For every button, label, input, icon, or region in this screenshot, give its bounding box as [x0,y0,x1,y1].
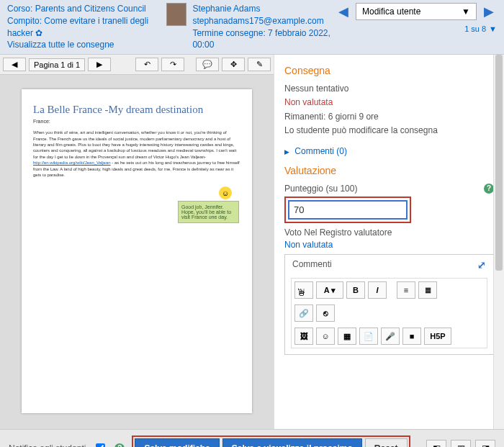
help-icon[interactable]: ? [484,184,494,194]
comment-tool-button[interactable]: 💬 [196,58,219,71]
unlink-button[interactable]: ⎋ [316,304,335,322]
notify-help-icon[interactable]: ? [114,443,125,447]
avatar [166,3,187,26]
save-button[interactable]: Salva modifiche [135,438,219,447]
smiley-icon: ☺ [219,186,232,199]
student-email-link[interactable]: stephanadams175@example.com [192,15,336,27]
comments-link[interactable]: Commenti (0) [294,146,347,156]
font-style-button[interactable]: A ▾ [316,281,343,299]
pdf-subtitle: France: [33,119,240,124]
media-button[interactable]: ▦ [338,328,356,345]
record-video-button[interactable]: ■ [402,328,421,345]
pager-filter[interactable]: 1 su 8 ▼ [464,24,497,33]
change-user-dropdown[interactable]: Modifica utente ▼ [356,3,477,20]
prev-student-button[interactable]: ◀ [336,4,351,19]
pdf-body-part1: When you think of wine, art and intellig… [33,130,236,159]
submission-remaining: Rimanenti: 6 giorni 9 ore [284,110,494,124]
main-area: ◀ Pagina 1 di 1 ▶ ↶ ↷ 💬 ✥ ✎ La Belle Fra… [0,55,504,429]
bold-button[interactable]: B [346,281,365,299]
student-info: Stephanie Adams stephanadams175@example.… [192,3,336,51]
grade-input-highlight [284,197,411,223]
change-user-label: Modifica utente [362,6,420,17]
undo-button[interactable]: ↶ [135,58,158,71]
pdf-viewport[interactable]: La Belle France -My dream destination Fr… [0,75,274,429]
h5p-button[interactable]: H5P [424,328,451,345]
layout-right-button[interactable]: ◨ [475,440,495,447]
grade-input[interactable] [288,200,408,220]
layout-left-button[interactable]: ◧ [426,440,446,447]
record-audio-button[interactable]: 🎤 [381,328,400,345]
sticky-note[interactable]: Good job, Jennifer. Hope, you'll be able… [178,201,239,223]
scrollbar-thumb[interactable] [495,55,503,271]
assignment-link[interactable]: Compito: Come evitare i tranelli degli h… [7,15,166,40]
pdf-panel: ◀ Pagina 1 di 1 ▶ ↶ ↷ 💬 ✥ ✎ La Belle Fra… [0,55,274,429]
expand-right-icon: ▶ [284,148,289,155]
not-graded-link[interactable]: Non valutata [284,240,333,250]
grading-panel: Consegna Nessun tentativo Non valutata R… [274,55,504,429]
score-label-row: Punteggio (su 100) ? [284,184,494,194]
comments-expander[interactable]: ▶ Commenti (0) [284,146,494,156]
submission-editable: Lo studente può modificare la consegna [284,124,494,137]
pdf-page: La Belle France -My dream destination Fr… [22,89,252,413]
pdf-body-link[interactable]: http://en.wikipedia.org/wiki/Jean_Valjea… [33,161,111,165]
pdf-toolbar: ◀ Pagina 1 di 1 ▶ ↶ ↷ 💬 ✥ ✎ [0,55,274,75]
pdf-next-button[interactable]: ▶ [88,58,111,71]
action-buttons-highlight: Salva modifiche Salva e visualizza il pr… [132,435,410,447]
submission-status: Non valutata [284,96,494,109]
view-all-link[interactable]: Visualizza tutte le consegne [7,39,166,51]
pdf-prev-button[interactable]: ◀ [3,58,26,71]
editor-header: Commenti ⤢ [285,255,493,275]
student-name-link[interactable]: Stephanie Adams [192,3,336,15]
italic-button[interactable]: I [368,281,387,299]
header-right: ◀ Modifica utente ▼ ▶ 1 su 8 ▼ [336,3,497,33]
notify-label: Notifica agli studenti [9,443,86,447]
header-center: Stephanie Adams stephanadams175@example.… [166,3,336,51]
move-tool-button[interactable]: ✥ [222,58,245,71]
editor-toolbar: ↓ A ▾ B I ≡ ≣ 🔗 ⎋ 🖼 ☺ ▦ 📄 🎤 ■ H5P [291,278,487,348]
layout-split-button[interactable]: ▥ [451,440,471,447]
scrollbar[interactable] [493,55,504,429]
due-date-link[interactable]: Termine consegne: 7 febbraio 2022, 00:00 [192,27,336,52]
pdf-body: When you think of wine, art and intellig… [33,130,240,178]
pdf-title: La Belle France -My dream destination [33,104,240,116]
pen-tool-button[interactable]: ✎ [248,58,271,71]
filter-icon: ▼ [489,24,497,33]
pager-text: 1 su 8 [464,24,486,33]
submission-heading: Consegna [284,65,494,76]
toggle-toolbar-button[interactable]: ↓ [294,281,313,299]
image-button[interactable]: 🖼 [294,328,313,345]
chevron-down-icon: ▼ [462,6,470,17]
header-left: Corso: Parents and Citizens Council Comp… [7,3,166,51]
file-button[interactable]: 📄 [359,328,378,345]
expand-icon[interactable]: ⤢ [477,259,486,271]
notify-checkbox[interactable] [96,443,105,447]
submission-attempts: Nessun tentativo [284,82,494,96]
footer-bar: Notifica agli studenti ? Salva modifiche… [0,429,504,447]
bullet-list-button[interactable]: ≡ [397,281,415,299]
redo-button[interactable]: ↷ [161,58,184,71]
reset-button[interactable]: Reset [365,438,408,447]
feedback-editor: Commenti ⤢ ↓ A ▾ B I ≡ ≣ 🔗 ⎋ 🖼 ☺ ▦ 📄 🎤 [284,254,494,355]
emoji-button[interactable]: ☺ [316,328,335,345]
header-bar: Corso: Parents and Citizens Council Comp… [0,0,504,55]
pdf-page-indicator[interactable]: Pagina 1 di 1 [29,58,85,71]
grading-heading: Valutazione [284,165,494,176]
comments-label: Commenti [292,259,332,271]
user-nav-row: ◀ Modifica utente ▼ ▶ [336,3,497,20]
gradebook-line: Voto Nel Registro valutatore [284,226,494,240]
number-list-button[interactable]: ≣ [418,281,437,299]
course-link[interactable]: Corso: Parents and Citizens Council [7,3,166,15]
link-button[interactable]: 🔗 [294,304,313,322]
save-next-button[interactable]: Salva e visualizza il prossimo [222,438,362,447]
layout-buttons: ◧ ▥ ◨ [426,440,495,447]
score-label: Punteggio (su 100) [284,184,357,194]
next-student-button[interactable]: ▶ [481,4,497,19]
